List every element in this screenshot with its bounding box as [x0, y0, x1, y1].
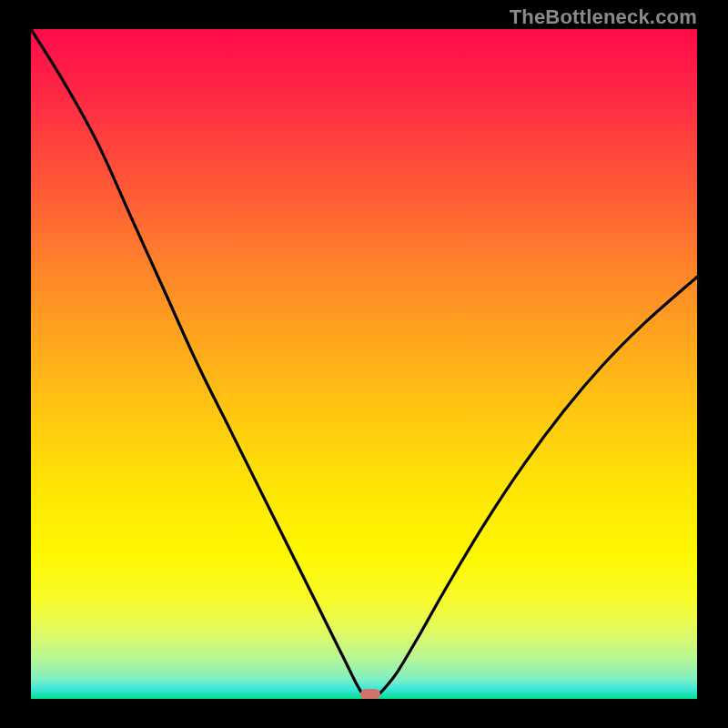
watermark-text: TheBottleneck.com [510, 5, 697, 29]
bottleneck-curve [31, 29, 697, 699]
plot-area [31, 29, 697, 699]
minimum-marker [360, 689, 380, 699]
chart-frame: TheBottleneck.com [0, 0, 728, 728]
